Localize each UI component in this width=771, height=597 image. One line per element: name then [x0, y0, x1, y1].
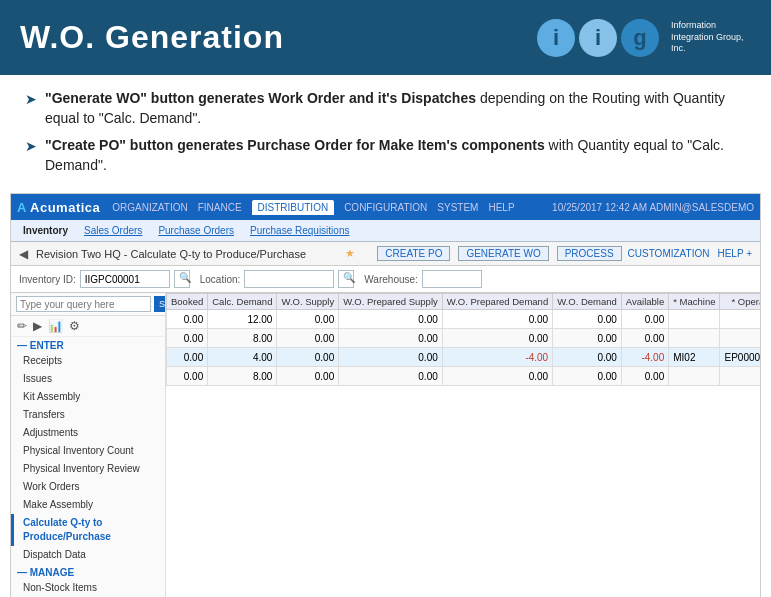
form-area: Inventory ID: 🔍 Location: 🔍 Warehouse: — [11, 266, 760, 293]
sidebar-item-non-stock[interactable]: Non-Stock Items — [11, 579, 165, 597]
cell-operator — [720, 329, 760, 348]
sidebar-item-issues[interactable]: Issues — [11, 370, 165, 388]
section-header-enter: — ENTER — [11, 337, 165, 352]
generate-wo-button[interactable]: GENERATE WO — [458, 246, 548, 261]
breadcrumb: Revision Two HQ - Calculate Q-ty to Prod… — [36, 248, 339, 260]
cell-available: 0.00 — [621, 310, 668, 329]
nav-configuration[interactable]: CONFIGURATION — [344, 202, 427, 213]
acumatica-app: A Acumatica ORGANIZATION FINANCE DISTRIB… — [10, 193, 761, 597]
bullet-text-2: "Create PO" button generates Purchase Or… — [45, 136, 746, 175]
location-search-icon[interactable]: 🔍 — [338, 270, 354, 288]
nav-organization[interactable]: ORGANIZATION — [112, 202, 187, 213]
bullets-section: ➤ "Generate WO" button generates Work Or… — [0, 75, 771, 193]
cell-machine — [669, 310, 720, 329]
logo-i2: i — [579, 19, 617, 57]
cell-wo-prep-supply: 0.00 — [339, 310, 443, 329]
sidebar-item-physical-review[interactable]: Physical Inventory Review — [11, 460, 165, 478]
cell-wo-prep-demand: 0.00 — [442, 367, 552, 386]
cell-available: -4.00 — [621, 348, 668, 367]
cell-booked: 0.00 — [167, 329, 208, 348]
col-machine: * Machine — [669, 294, 720, 310]
star-icon[interactable]: ★ — [345, 247, 355, 260]
table-row: 0.00 8.00 0.00 0.00 0.00 0.00 0.00 0.00 … — [167, 329, 761, 348]
cell-wo-demand: 0.00 — [553, 348, 622, 367]
sidebar-item-adjustments[interactable]: Adjustments — [11, 424, 165, 442]
chart-icon[interactable]: 📊 — [48, 319, 63, 333]
pencil-icon[interactable]: ✏ — [17, 319, 27, 333]
cell-calc-demand: 4.00 — [208, 348, 277, 367]
cell-wo-prep-supply: 0.00 — [339, 367, 443, 386]
cell-wo-supply: 0.00 — [277, 310, 339, 329]
toolbar-buttons: CREATE PO GENERATE WO PROCESS — [377, 246, 625, 261]
bullet-arrow-1: ➤ — [25, 90, 37, 110]
location-label: Location: — [200, 274, 241, 285]
nav-finance[interactable]: FINANCE — [198, 202, 242, 213]
page-title: W.O. Generation — [20, 19, 284, 56]
cell-calc-demand: 8.00 — [208, 329, 277, 348]
second-nav: Inventory Sales Orders Purchase Orders P… — [11, 220, 760, 242]
sidebar-item-make-assembly[interactable]: Make Assembly — [11, 496, 165, 514]
second-nav-purchase-orders[interactable]: Purchase Orders — [152, 223, 240, 238]
sidebar-item-kit-assembly[interactable]: Kit Assembly — [11, 388, 165, 406]
col-wo-demand: W.O. Demand — [553, 294, 622, 310]
inventory-id-label: Inventory ID: — [19, 274, 76, 285]
sidebar-search-input[interactable] — [16, 296, 151, 312]
sidebar-item-transfers[interactable]: Transfers — [11, 406, 165, 424]
sidebar-item-receipts[interactable]: Receipts — [11, 352, 165, 370]
process-button[interactable]: PROCESS — [557, 246, 622, 261]
second-nav-inventory[interactable]: Inventory — [17, 223, 74, 238]
cell-wo-demand: 0.00 — [553, 367, 622, 386]
nav-distribution[interactable]: DISTRIBUTION — [252, 200, 335, 215]
sidebar-item-calculate-qty[interactable]: Calculate Q-ty to Produce/Purchase — [11, 514, 165, 546]
location-field: Location: 🔍 — [200, 270, 355, 288]
sidebar-item-physical-count[interactable]: Physical Inventory Count — [11, 442, 165, 460]
cell-available: 0.00 — [621, 367, 668, 386]
bullet-arrow-2: ➤ — [25, 137, 37, 157]
cell-booked: 0.00 — [167, 310, 208, 329]
back-arrow[interactable]: ◀ — [19, 247, 28, 261]
nav-help[interactable]: HELP — [488, 202, 514, 213]
gear-icon[interactable]: ⚙ — [69, 319, 80, 333]
play-icon[interactable]: ▶ — [33, 319, 42, 333]
bullet-text-1: "Generate WO" button generates Work Orde… — [45, 89, 746, 128]
create-po-button[interactable]: CREATE PO — [377, 246, 450, 261]
second-nav-sales-orders[interactable]: Sales Orders — [78, 223, 148, 238]
sidebar-search-button[interactable]: Search — [154, 296, 166, 312]
cell-calc-demand: 12.00 — [208, 310, 277, 329]
second-nav-purchase-requisitions[interactable]: Purchase Requisitions — [244, 223, 356, 238]
logo-box: i i g Information Integration Group, Inc… — [537, 12, 751, 64]
main-layout: Search ✏ ▶ 📊 ⚙ — ENTER Receipts Issues K… — [11, 293, 760, 597]
cell-machine — [669, 367, 720, 386]
nav-system[interactable]: SYSTEM — [437, 202, 478, 213]
cell-wo-supply: 0.00 — [277, 367, 339, 386]
location-input[interactable] — [244, 270, 334, 288]
inventory-id-search-icon[interactable]: 🔍 — [174, 270, 190, 288]
table-row: 0.00 8.00 0.00 0.00 0.00 0.00 0.00 0.00 … — [167, 367, 761, 386]
logo-image: i i g — [537, 12, 667, 64]
logo-i: i — [537, 19, 575, 57]
cell-wo-prep-demand: 0.00 — [442, 310, 552, 329]
cell-wo-demand: 0.00 — [553, 310, 622, 329]
sidebar-item-dispatch-data[interactable]: Dispatch Data — [11, 546, 165, 564]
cell-operator — [720, 367, 760, 386]
cell-wo-supply: 0.00 — [277, 348, 339, 367]
cell-booked: 0.00 — [167, 367, 208, 386]
bullet-item-2: ➤ "Create PO" button generates Purchase … — [25, 136, 746, 175]
cell-operator: EP00000004 — [720, 348, 760, 367]
warehouse-input[interactable] — [422, 270, 482, 288]
sidebar-search-row: Search — [11, 293, 165, 316]
cell-wo-prep-supply: 0.00 — [339, 329, 443, 348]
sidebar: Search ✏ ▶ 📊 ⚙ — ENTER Receipts Issues K… — [11, 293, 166, 597]
inventory-id-input[interactable] — [80, 270, 170, 288]
col-wo-prep-demand: W.O. Prepared Demand — [442, 294, 552, 310]
cell-wo-demand: 0.00 — [553, 329, 622, 348]
sidebar-item-work-orders[interactable]: Work Orders — [11, 478, 165, 496]
cell-wo-prep-demand: 0.00 — [442, 329, 552, 348]
col-calc-demand: Calc. Demand — [208, 294, 277, 310]
nav-datetime-user: 10/25/2017 12:42 AM ADMIN@SALESDEMO — [552, 202, 754, 213]
help-link[interactable]: HELP + — [717, 248, 752, 259]
cell-wo-prep-supply: 0.00 — [339, 348, 443, 367]
customization-link[interactable]: CUSTOMIZATION — [628, 248, 710, 259]
data-table: Booked Calc. Demand W.O. Supply W.O. Pre… — [166, 293, 760, 386]
cell-machine: MI02 — [669, 348, 720, 367]
